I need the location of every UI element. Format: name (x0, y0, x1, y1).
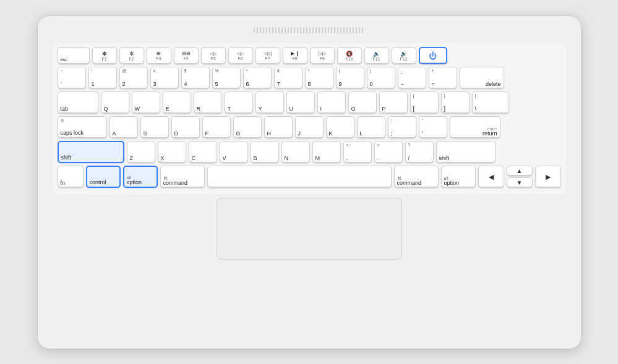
key-i[interactable]: I (317, 91, 346, 114)
key-f1[interactable]: ✽ F1 (92, 47, 117, 64)
key-4[interactable]: $ 4 (181, 67, 210, 89)
key-e[interactable]: E (163, 91, 191, 114)
key-f10[interactable]: 🔇 F10 (337, 47, 362, 64)
key-p[interactable]: P (379, 91, 408, 114)
key-h[interactable]: H (264, 116, 293, 138)
asdf-row: caps lock A S D F G H J K L : ; " ' ente… (58, 116, 561, 138)
key-shift-right[interactable]: shift (436, 141, 496, 163)
key-n[interactable]: N (281, 141, 310, 163)
key-comma[interactable]: < , (343, 141, 372, 163)
laptop-body: esc ✽ F1 ✼ F2 ⊞ F3 ⊟⊟ F4 ◁ ▷ F5 (37, 15, 582, 349)
key-s[interactable]: S (140, 116, 169, 138)
key-arrow-right[interactable]: ▶ (535, 166, 561, 188)
key-3[interactable]: # 3 (150, 67, 179, 89)
key-f2[interactable]: ✼ F2 (119, 47, 144, 64)
key-v[interactable]: V (220, 141, 248, 163)
key-tab[interactable]: tab (58, 91, 98, 114)
key-9[interactable]: ( 9 (336, 67, 364, 89)
key-label: esc (61, 57, 68, 62)
key-option-right[interactable]: alt option (441, 166, 476, 188)
key-minus[interactable]: _ − (398, 67, 426, 89)
key-fn[interactable]: fn (58, 166, 84, 188)
key-j[interactable]: J (295, 116, 324, 138)
key-backtick[interactable]: ~ ` (58, 67, 86, 89)
key-k[interactable]: K (326, 116, 354, 138)
key-1[interactable]: ! 1 (88, 67, 117, 89)
key-f11[interactable]: 🔉 F11 (364, 47, 389, 64)
key-r[interactable]: R (194, 91, 222, 114)
key-arrow-down[interactable]: ▼ (507, 177, 533, 188)
key-5[interactable]: % 5 (212, 67, 241, 89)
key-f12[interactable]: 🔊 F12 (392, 47, 416, 64)
key-2[interactable]: @ 2 (119, 67, 148, 89)
key-option-left[interactable]: alt option (123, 166, 158, 188)
key-command-right[interactable]: ⌘ command (394, 166, 439, 188)
key-quote[interactable]: " ' (419, 116, 447, 138)
key-command-left[interactable]: ⌘ command (160, 166, 205, 188)
key-semicolon[interactable]: : ; (388, 116, 416, 138)
key-f4[interactable]: ⊟⊟ F4 (174, 47, 199, 64)
key-f7[interactable]: ◁◁ F7 (255, 47, 280, 64)
key-power[interactable]: ⏻ (419, 47, 447, 64)
key-f9[interactable]: ▷▷ F9 (310, 47, 335, 64)
key-arrow-up[interactable]: ▲ (507, 166, 533, 176)
key-b[interactable]: B (251, 141, 279, 163)
key-m[interactable]: M (312, 141, 341, 163)
key-enter[interactable]: enter return (450, 116, 500, 138)
key-period[interactable]: > . (374, 141, 403, 163)
key-w[interactable]: W (132, 91, 160, 114)
key-l[interactable]: L (357, 116, 385, 138)
key-8[interactable]: * 8 (305, 67, 333, 89)
key-c[interactable]: C (189, 141, 217, 163)
key-f8[interactable]: ▶ ‖ F8 (283, 47, 307, 64)
top-bar (53, 27, 566, 41)
fn-row: esc ✽ F1 ✼ F2 ⊞ F3 ⊟⊟ F4 ◁ ▷ F5 (58, 47, 561, 64)
key-slash[interactable]: ? / (405, 141, 434, 163)
key-g[interactable]: G (233, 116, 262, 138)
key-6[interactable]: ^ 6 (243, 67, 272, 89)
key-delete[interactable]: delete (460, 67, 504, 89)
key-u[interactable]: U (286, 91, 315, 114)
key-esc[interactable]: esc (58, 47, 90, 64)
key-7[interactable]: & 7 (274, 67, 303, 89)
key-equals[interactable]: + = (429, 67, 457, 89)
key-backslash[interactable]: | \ (472, 91, 509, 114)
key-q[interactable]: Q (101, 91, 129, 114)
keyboard-area: esc ✽ F1 ✼ F2 ⊞ F3 ⊟⊟ F4 ◁ ▷ F5 (53, 43, 566, 194)
key-0[interactable]: ) 0 (367, 67, 395, 89)
bottom-row: fn control alt option ⌘ command ⌘ comman… (58, 166, 561, 188)
qwerty-row: tab Q W E R T Y U I O P { [ } ] | \ (58, 91, 561, 114)
key-a[interactable]: A (109, 116, 138, 138)
key-f6[interactable]: ◁ ▷ F6 (228, 47, 253, 64)
key-capslock[interactable]: caps lock (58, 116, 107, 138)
key-rbracket[interactable]: } ] (441, 91, 470, 114)
key-arrow-left[interactable]: ◀ (478, 166, 504, 188)
speaker-grille (254, 27, 365, 33)
key-f5[interactable]: ◁ ▷ F5 (201, 47, 226, 64)
key-control[interactable]: control (86, 166, 121, 188)
key-d[interactable]: D (171, 116, 200, 138)
key-f[interactable]: F (202, 116, 231, 138)
zxcv-row: shift Z X C V B N M < , > . ? / shift (58, 141, 561, 163)
trackpad[interactable] (217, 198, 402, 260)
key-lbracket[interactable]: { [ (410, 91, 439, 114)
key-x[interactable]: X (158, 141, 186, 163)
key-space[interactable] (207, 166, 392, 188)
number-row: ~ ` ! 1 @ 2 # 3 $ 4 % 5 (58, 67, 561, 89)
key-shift-left[interactable]: shift (58, 141, 124, 163)
key-z[interactable]: Z (127, 141, 155, 163)
arrow-up-down: ▲ ▼ (507, 166, 533, 188)
key-t[interactable]: T (225, 91, 253, 114)
key-f3[interactable]: ⊞ F3 (147, 47, 171, 64)
key-y[interactable]: Y (255, 91, 284, 114)
key-o[interactable]: O (348, 91, 377, 114)
